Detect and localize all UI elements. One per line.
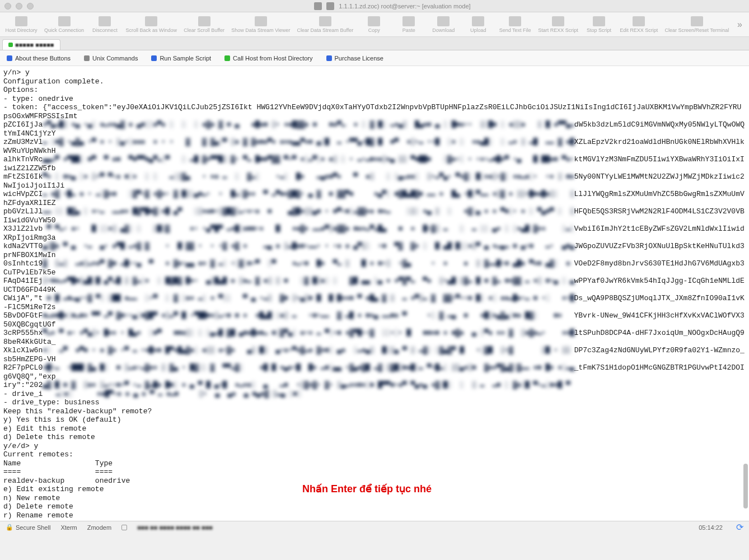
terminal-line: r) Rename remote: [3, 511, 746, 520]
clear-data-stream-button[interactable]: Clear Data Stream Buffer: [294, 15, 357, 34]
terminal-line: y) Yes this is OK (default): [3, 416, 746, 424]
purchase-license-button[interactable]: Purchase License: [326, 55, 383, 62]
about-buttons-button[interactable]: About these Buttons: [7, 55, 71, 62]
title-icon-2: [326, 2, 334, 10]
host-directory-icon: [15, 16, 27, 26]
status-secure-shell: 🔒 Secure Shell: [6, 524, 50, 531]
quick-connection-button[interactable]: Quick Connection: [41, 15, 87, 34]
toolbar-label: Edit REXX Script: [620, 27, 658, 33]
status-xterm: Xterm: [60, 524, 77, 531]
status-zmodem: Zmodem: [87, 524, 111, 531]
send-text-file-button[interactable]: Send Text File: [496, 15, 534, 34]
terminal-line: - drive_i ▬░◆░ ●◆█▀▪◆ ◆ ▄ ◆ ▀ ▬ ◆▬■ ▒▪ ▄…: [3, 390, 746, 399]
close-window-button[interactable]: [4, 3, 11, 10]
status-bar: 🔒 Secure Shell Xterm Zmodem ■■■ ■■ ■■■■ …: [0, 521, 749, 533]
clear-scroll-buffer-button[interactable]: Clear Scroll Buffer: [181, 15, 227, 34]
button-icon: [326, 55, 332, 61]
main-toolbar: Host DirectoryQuick ConnectionDisconnect…: [0, 12, 749, 37]
status-blurred: ■■■ ■■ ■■■■ ■■■■ ■■ ■■■: [137, 524, 213, 531]
recaptcha-icon: ⟳: [736, 522, 743, 533]
window-title: 1.1.1.1.zd.zoc) root@server:~ [evaluatio…: [339, 3, 470, 10]
window-controls: [4, 3, 34, 10]
toolbar-label: Paste: [402, 27, 415, 33]
terminal-line: ==== ====: [3, 468, 746, 477]
download-button[interactable]: Download: [427, 15, 460, 34]
edit-rexx-icon: [633, 16, 645, 26]
unix-commands-button[interactable]: Unix Commands: [84, 55, 138, 62]
clear-reset-button[interactable]: Clear Screen/Reset Terminal: [662, 15, 732, 34]
button-label: About these Buttons: [15, 55, 71, 62]
toolbar-label: Clear Data Stream Buffer: [297, 27, 353, 33]
terminal-line: mFtZSI6Ik▀● ░ ■●▄ ░● ▒▪▀ ▀▪◆ ■░● ░ ░ ▬░▒…: [3, 172, 746, 190]
terminal-line: 0sInhtc19▓ ▒▬▒ ▬◆▒▬●◆▀ ▓■ ▬█▪▪▄ ▀ ● ▓◆▪▄…: [3, 259, 746, 277]
download-icon: [437, 16, 450, 26]
tab-label: ■■■■■ ■■■■■: [15, 41, 54, 48]
show-data-stream-button[interactable]: Show Data Stream Viewer: [228, 15, 293, 34]
window-titlebar: 1.1.1.1.zd.zoc) root@server:~ [evaluatio…: [0, 0, 749, 12]
start-rexx-button[interactable]: Start REXX Script: [535, 15, 581, 34]
toolbar-label: Stop Script: [587, 27, 611, 33]
terminal-line: FAqD41IEj▒▪■◆▬●▀█■▒▄█░█ ▄▀▬█ ▒ ▓▬░● ░ █▓…: [3, 277, 746, 294]
terminal-line: y/e/d> y: [3, 442, 746, 451]
button-icon: [224, 55, 230, 61]
host-directory-button[interactable]: Host Directory: [2, 15, 40, 34]
scroll-back-window-button[interactable]: Scroll Back as Window: [123, 15, 180, 34]
edit-rexx-button[interactable]: Edit REXX Script: [617, 15, 661, 34]
toolbar-label: Clear Screen/Reset Terminal: [664, 27, 729, 33]
toolbar-label: Upload: [470, 27, 486, 33]
terminal-line: pbGVzLlJl▬▬ ░░ █▓▄ ░ ●▪▬ ▬▬◆● █▓▀█■▓░●█ …: [3, 207, 746, 225]
terminal-line: X3JlZ2lvb ▀ ▀▬▪ ◆▪ █ ░░●▒ ▄▓░ ░ ▒█▒▓ ●▪ …: [3, 225, 746, 242]
minimize-window-button[interactable]: [16, 3, 22, 10]
terminal-line: Current remotes:: [3, 450, 746, 459]
status-time: 05:14:22: [699, 524, 723, 531]
copy-button[interactable]: Copy: [357, 15, 391, 34]
disconnect-icon: [99, 16, 111, 26]
start-rexx-icon: [552, 16, 564, 26]
toolbar-label: Host Directory: [5, 27, 37, 33]
terminal-line: Configuration complete.: [3, 77, 746, 86]
paste-icon: [402, 16, 415, 26]
zoom-window-button[interactable]: [27, 3, 34, 10]
toolbar-label: Download: [432, 27, 455, 33]
annotation-overlay: Nhấn Enter để tiếp tục nhé: [302, 485, 432, 494]
tab-bar: ■■■■■ ■■■■■: [0, 37, 749, 50]
disconnect-button[interactable]: Disconnect: [88, 15, 121, 34]
stop-script-icon: [593, 16, 605, 26]
lock-icon: 🔒: [6, 524, 13, 531]
terminal-line: d) Delete remote: [3, 502, 746, 511]
show-data-stream-icon: [255, 16, 267, 26]
upload-button[interactable]: Upload: [461, 15, 495, 34]
terminal-line: Options:: [3, 86, 746, 95]
terminal-line: wicHVpZCI▬ ◆▓ ▪█▬ ◆ ▪ ▬░▓●■ ░▓▀▪▓ ●▓●▪ ▓…: [3, 190, 746, 207]
terminal-line: Name Type: [3, 459, 746, 468]
call-host-button[interactable]: Call Host from Host Directory: [224, 55, 312, 62]
toolbar-overflow-button[interactable]: »: [733, 20, 747, 30]
paste-button[interactable]: Paste: [392, 15, 425, 34]
quick-connection-icon: [58, 16, 71, 26]
terminal-line: Keep this "realdev-backup" remote?: [3, 407, 746, 416]
status-checkbox[interactable]: [121, 525, 127, 530]
toolbar-label: Clear Scroll Buffer: [184, 27, 224, 33]
copy-icon: [368, 16, 380, 26]
terminal-line: n) New remote: [3, 494, 746, 503]
stop-script-button[interactable]: Stop Script: [582, 15, 616, 34]
upload-icon: [472, 16, 484, 26]
terminal-line: 5BvDOFGtF■▬◆■█●░■▬■● ▀▀ ▬▀ ▓■▪▪▄░■▓█▀ ●▒…: [3, 311, 746, 329]
terminal-line: zZmU3MzVl▬ ░■▓ ▪▄▓▄ ▪▀ ● ▪ ▒▄▪░◆◆◆ ● ▪ ▪…: [3, 138, 746, 155]
terminal-line: e) Edit this remote: [3, 424, 746, 433]
run-sample-script-button[interactable]: Run Sample Script: [151, 55, 211, 62]
button-icon: [151, 55, 157, 61]
button-icon: [84, 55, 90, 61]
session-tab[interactable]: ■■■■■ ■■■■■: [2, 39, 60, 50]
tab-status-icon: [8, 43, 13, 47]
terminal-line: XklcXlw6n●░ ▬▀ ◆▀■ ▪ ◆ ▓● ▪▀ ▬ ▪●█●■ █▀●…: [3, 346, 746, 363]
button-label: Purchase License: [335, 55, 383, 62]
terminal-line: - drive_type: business: [3, 398, 746, 407]
button-bar: About these ButtonsUnix CommandsRun Samp…: [0, 50, 749, 66]
terminal-line: alhkTnVRc▄▄▬▀ ●▀██░ ■▀ ▀ ◆■ ▀■▀▀■▄▀▬░▀ ░…: [3, 155, 746, 172]
terminal-line: y/n> y: [3, 68, 746, 77]
toolbar-label: Show Data Stream Viewer: [231, 27, 290, 33]
terminal-output[interactable]: y/n> yConfiguration complete.Options:- t…: [0, 66, 749, 521]
terminal-line: CWijA","t ■ █ ▬■▬▄▪▪▓ ▀░ ▒██ ◆▬▬ ░▪▀ ░ ▓…: [3, 294, 746, 311]
scrollbar-thumb[interactable]: [743, 464, 748, 508]
